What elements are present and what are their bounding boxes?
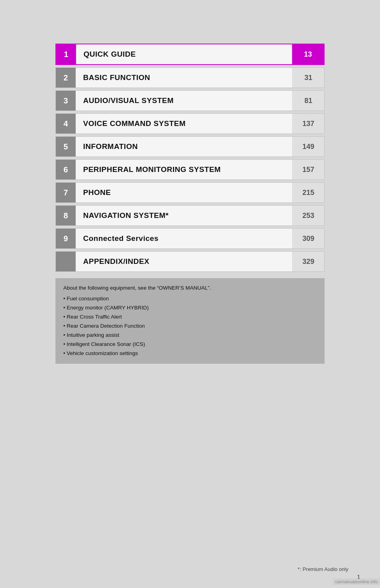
info-list-item: Intuitive parking assist — [63, 331, 317, 340]
info-list-item: Rear Camera Detection Function — [63, 322, 317, 331]
toc-page-0: 13 — [292, 44, 324, 64]
toc-page-9: 329 — [293, 252, 324, 271]
toc-num-0: 1 — [56, 44, 76, 64]
toc-num-9 — [56, 252, 76, 271]
toc-label-0: QUICK GUIDE — [76, 44, 292, 64]
toc-label-3: VOICE COMMAND SYSTEM — [76, 114, 293, 134]
toc-row-1[interactable]: 1QUICK GUIDE13 — [55, 44, 325, 65]
toc-row-appendix[interactable]: APPENDIX/INDEX329 — [55, 251, 325, 272]
toc-wrapper: 1QUICK GUIDE132BASIC FUNCTION313AUDIO/VI… — [55, 44, 325, 274]
toc-row-6[interactable]: 6PERIPHERAL MONITORING SYSTEM157 — [55, 159, 325, 180]
toc-label-6: PHONE — [76, 183, 293, 202]
watermark: carmanualsonline.info — [333, 578, 380, 585]
toc-page-5: 157 — [293, 160, 324, 179]
toc-label-7: NAVIGATION SYSTEM* — [76, 206, 293, 225]
info-box: About the following equipment, see the “… — [55, 278, 325, 364]
toc-page-3: 137 — [293, 114, 324, 134]
info-list-item: Intelligent Clearance Sonar (ICS) — [63, 340, 317, 349]
toc-label-2: AUDIO/VISUAL SYSTEM — [76, 91, 293, 111]
info-title: About the following equipment, see the “… — [63, 284, 317, 293]
toc-row-3[interactable]: 3AUDIO/VISUAL SYSTEM81 — [55, 90, 325, 111]
toc-row-2[interactable]: 2BASIC FUNCTION31 — [55, 67, 325, 88]
toc-page-1: 31 — [293, 68, 324, 88]
toc-num-6: 7 — [56, 183, 76, 202]
info-list-item: Vehicle customization settings — [63, 349, 317, 358]
footnote: *: Premium Audio only — [298, 566, 348, 572]
info-list: Fuel consumptionEnergy monitor (CAMRY HY… — [63, 294, 317, 358]
toc-page-8: 309 — [293, 229, 324, 248]
page-container: 1QUICK GUIDE132BASIC FUNCTION313AUDIO/VI… — [0, 0, 380, 588]
toc-label-9: APPENDIX/INDEX — [76, 252, 293, 271]
toc-num-5: 6 — [56, 160, 76, 179]
toc-label-8: Connected Services — [76, 229, 293, 248]
toc-label-4: INFORMATION — [76, 137, 293, 157]
toc-page-2: 81 — [293, 91, 324, 111]
toc-row-7[interactable]: 7PHONE215 — [55, 182, 325, 203]
toc-label-1: BASIC FUNCTION — [76, 68, 293, 88]
toc-num-3: 4 — [56, 114, 76, 134]
toc-row-8[interactable]: 8NAVIGATION SYSTEM*253 — [55, 205, 325, 226]
toc-num-4: 5 — [56, 137, 76, 157]
info-list-item: Fuel consumption — [63, 294, 317, 304]
toc-page-7: 253 — [293, 206, 324, 225]
toc-page-4: 149 — [293, 137, 324, 157]
toc-row-4[interactable]: 4VOICE COMMAND SYSTEM137 — [55, 113, 325, 134]
toc-page-6: 215 — [293, 183, 324, 202]
toc-row-9[interactable]: 9Connected Services309 — [55, 228, 325, 249]
toc-num-7: 8 — [56, 206, 76, 225]
toc-num-8: 9 — [56, 229, 76, 248]
toc-num-1: 2 — [56, 68, 76, 88]
info-list-item: Energy monitor (CAMRY HYBRID) — [63, 304, 317, 313]
toc-label-5: PERIPHERAL MONITORING SYSTEM — [76, 160, 293, 179]
info-list-item: Rear Cross Traffic Alert — [63, 313, 317, 322]
toc-num-2: 3 — [56, 91, 76, 111]
toc-row-5[interactable]: 5INFORMATION149 — [55, 136, 325, 157]
